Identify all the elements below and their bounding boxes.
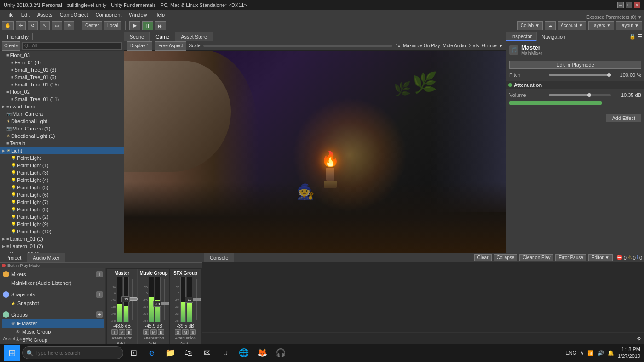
hierarchy-item-smalltree15[interactable]: ■Small_Tree_01 (15): [0, 81, 124, 88]
hierarchy-item-lantern2[interactable]: ▶■Lantern_01 (2): [0, 243, 124, 250]
snapshot-item[interactable]: ★ Snapshot: [2, 299, 104, 307]
console-errorpause-btn[interactable]: Error Pause: [555, 254, 586, 261]
file-explorer-icon[interactable]: 📁: [162, 345, 178, 361]
hierarchy-create-btn[interactable]: Create: [2, 41, 20, 51]
edge-browser-icon[interactable]: e: [144, 345, 160, 361]
layout-button[interactable]: Layout ▼: [616, 21, 642, 30]
rect-tool[interactable]: ▭: [52, 21, 62, 30]
snapshots-add-btn[interactable]: +: [96, 291, 103, 298]
unity-icon[interactable]: U: [217, 345, 234, 361]
hierarchy-item-pointlight8[interactable]: 💡Point Light (8): [0, 206, 124, 213]
hierarchy-item-light[interactable]: ▶☀Light: [0, 147, 124, 154]
inspector-tab-navigation[interactable]: Navigation: [537, 32, 570, 41]
hierarchy-item-pointlight7[interactable]: 💡Point Light (7): [0, 198, 124, 206]
hierarchy-item-pointlight9[interactable]: 💡Point Light (9): [0, 221, 124, 228]
hierarchy-item-smalltree6[interactable]: ■Small_Tree_01 (6): [0, 74, 124, 81]
hierarchy-item-pointlight2[interactable]: 💡Point Light (2): [0, 213, 124, 221]
taskbar-search-box[interactable]: 🔍: [22, 346, 123, 359]
scene-tab-assetstore[interactable]: Asset Store: [175, 32, 213, 41]
pitch-slider[interactable]: [549, 74, 611, 76]
space-button[interactable]: Local: [104, 21, 121, 30]
hand-tool[interactable]: ✋: [2, 21, 14, 30]
step-button[interactable]: ⏭: [155, 21, 166, 30]
aspect-selector[interactable]: Free Aspect: [155, 41, 186, 51]
combo-tool[interactable]: ⊕: [64, 21, 74, 30]
hierarchy-item-lantern1[interactable]: ▶■Lantern_01 (1): [0, 235, 124, 243]
maximize-button[interactable]: □: [626, 2, 632, 8]
task-view-icon[interactable]: ⊡: [125, 345, 142, 361]
play-button[interactable]: ▶: [129, 21, 140, 30]
notification-icon[interactable]: 🔔: [608, 350, 614, 356]
hierarchy-item-dirlight1[interactable]: ☀Directional Light (1): [0, 132, 124, 140]
hierarchy-item-smalltree11[interactable]: ■Small_Tree_01 (11): [0, 96, 124, 103]
music-fader-handle[interactable]: [160, 302, 169, 305]
scene-tab-game[interactable]: Game: [150, 32, 175, 41]
hierarchy-item-floor02[interactable]: ■Floor_02: [0, 88, 124, 96]
sfx-fader[interactable]: -10: [193, 277, 200, 322]
pivot-button[interactable]: Center: [82, 21, 102, 30]
collab-button[interactable]: Collab ▼: [518, 21, 543, 30]
music-fader[interactable]: -19: [161, 277, 168, 322]
hierarchy-tab[interactable]: Hierarchy: [3, 33, 33, 40]
headphone-icon[interactable]: 🎧: [272, 345, 289, 361]
edit-playmode-button[interactable]: Edit in Playmode: [509, 61, 641, 69]
hierarchy-item-pointlight5[interactable]: 💡Point Light (5): [0, 184, 124, 191]
hierarchy-item-maincam[interactable]: 📷Main Camera: [0, 110, 124, 118]
console-editor-btn[interactable]: Editor ▼: [588, 254, 613, 261]
mail-icon[interactable]: ✉: [199, 345, 215, 361]
hierarchy-item-fern01[interactable]: ■Fern_01 (4): [0, 59, 124, 66]
menu-edit[interactable]: Edit: [17, 11, 34, 18]
start-button[interactable]: ⊞: [4, 345, 20, 361]
hierarchy-item-pointlight4[interactable]: 💡Point Light (4): [0, 176, 124, 184]
mixers-section-header[interactable]: Mixers +: [2, 270, 104, 279]
hierarchy-search[interactable]: [22, 42, 122, 50]
hierarchy-item-smalltree3[interactable]: ■Small_Tree_01 (3): [0, 66, 124, 74]
groups-add-btn[interactable]: +: [96, 311, 103, 318]
inspector-menu-icon[interactable]: ☰: [638, 34, 642, 40]
groups-section-header[interactable]: Groups +: [2, 310, 104, 319]
scale-tool[interactable]: ⤡: [40, 21, 50, 30]
layers-button[interactable]: Layers ▼: [588, 21, 615, 30]
console-tab[interactable]: Console: [204, 253, 234, 262]
menu-file[interactable]: File: [2, 11, 17, 18]
console-clear-btn[interactable]: Clear: [474, 254, 492, 261]
menu-gameobject[interactable]: GameObject: [56, 11, 92, 18]
scale-slider[interactable]: [203, 45, 393, 47]
firefox-icon[interactable]: 🦊: [254, 345, 270, 361]
attenuation-section[interactable]: Attenuation: [506, 81, 644, 89]
account-button[interactable]: Account ▼: [558, 21, 586, 30]
volume-slider[interactable]: [549, 94, 611, 96]
hierarchy-item-dwarfhero[interactable]: ▶■dwarf_hero: [0, 103, 124, 110]
pause-button[interactable]: ⏸: [142, 21, 153, 30]
move-tool[interactable]: ✛: [16, 21, 26, 30]
hierarchy-item-dirlight[interactable]: ☀Directional Light: [0, 118, 124, 125]
hierarchy-item-terrain[interactable]: ■Terrain: [0, 140, 124, 147]
rotate-tool[interactable]: ↺: [28, 21, 38, 30]
hierarchy-item-pointlight3[interactable]: 💡Point Light (3): [0, 169, 124, 176]
menu-window[interactable]: Window: [125, 11, 150, 18]
hierarchy-item-pointlight10[interactable]: 💡Point Light (10): [0, 228, 124, 235]
up-arrow-icon[interactable]: ∧: [580, 350, 584, 356]
audio-mixer-tab[interactable]: Audio Mixer: [27, 253, 65, 262]
master-fader-handle[interactable]: [128, 297, 138, 301]
hierarchy-item-pointlight1[interactable]: 💡Point Light (1): [0, 162, 124, 169]
hierarchy-item-floor03[interactable]: ■Floor_03: [0, 51, 124, 59]
hierarchy-item-pointlight6[interactable]: 💡Point Light (6): [0, 191, 124, 198]
menu-component[interactable]: Component: [92, 11, 125, 18]
console-clearonplay-btn[interactable]: Clear on Play: [519, 254, 553, 261]
taskbar-search-input[interactable]: [35, 350, 119, 356]
hierarchy-item-maincam1[interactable]: 📷Main Camera (1): [0, 125, 124, 132]
minimize-button[interactable]: ─: [617, 2, 624, 8]
sfx-fader-handle[interactable]: [192, 298, 201, 301]
stats-btn[interactable]: Stats: [469, 43, 479, 48]
menu-assets[interactable]: Assets: [34, 11, 56, 18]
mute-audio[interactable]: Mute Audio: [443, 43, 466, 48]
add-effect-button[interactable]: Add Effect: [606, 114, 641, 122]
master-fader[interactable]: -10: [130, 277, 136, 322]
scene-tab-scene[interactable]: Scene: [124, 32, 150, 41]
cloud-button[interactable]: ☁: [545, 21, 556, 30]
inspector-tab-inspector[interactable]: Inspector: [506, 32, 537, 41]
store-icon[interactable]: 🛍: [180, 345, 197, 361]
inspector-lock-icon[interactable]: 🔒: [629, 34, 636, 40]
display-selector[interactable]: Display 1: [127, 41, 152, 51]
